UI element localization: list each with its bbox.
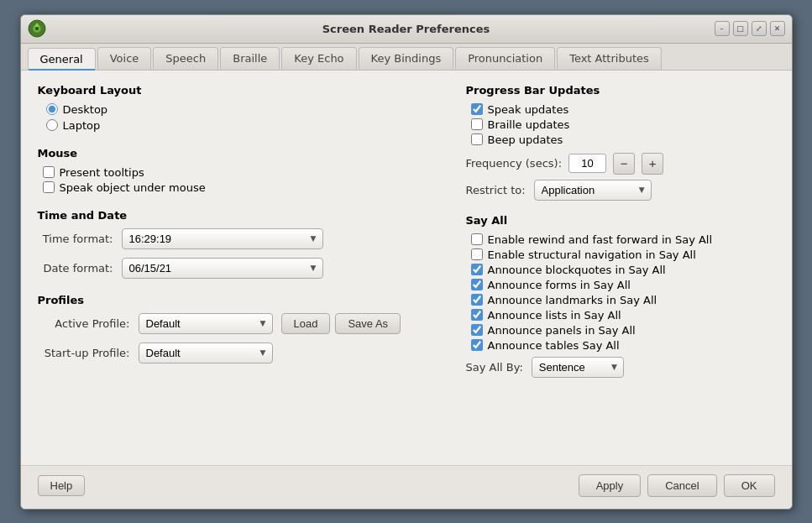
announce-panels-label[interactable]: Announce panels in Say All: [471, 324, 775, 337]
announce-forms-text: Announce forms in Say All: [488, 279, 631, 291]
enable-rewind-text: Enable rewind and fast forward in Say Al…: [488, 233, 713, 246]
time-format-label: Time format:: [38, 233, 113, 245]
keyboard-layout-section: Keyboard Layout Desktop Laptop: [38, 84, 441, 132]
announce-landmarks-checkbox[interactable]: [471, 294, 483, 306]
mouse-section: Mouse Present tooltips Speak object unde…: [38, 147, 441, 194]
time-format-wrapper: 16:29:19: [122, 228, 323, 249]
laptop-radio-label[interactable]: Laptop: [46, 119, 441, 132]
time-date-section: Time and Date Time format: 16:29:19 Date…: [38, 209, 441, 279]
tab-text-attributes[interactable]: Text Attributes: [557, 47, 662, 70]
profiles-section: Profiles Active Profile: Default Load Sa…: [38, 294, 441, 363]
desktop-radio-label[interactable]: Desktop: [46, 103, 441, 116]
say-all-section: Say All Enable rewind and fast forward i…: [466, 214, 775, 378]
frequency-decrease-button[interactable]: −: [613, 153, 635, 175]
load-button[interactable]: Load: [281, 313, 331, 334]
enable-rewind-checkbox[interactable]: [471, 233, 483, 245]
laptop-radio[interactable]: [46, 119, 58, 131]
restrict-wrapper: Application Window All: [534, 180, 652, 201]
tab-pronunciation[interactable]: Pronunciation: [455, 47, 555, 70]
present-tooltips-checkbox[interactable]: [43, 166, 55, 178]
present-tooltips-text: Present tooltips: [60, 166, 144, 179]
apply-button[interactable]: Apply: [579, 474, 642, 497]
announce-lists-checkbox[interactable]: [471, 309, 483, 321]
ok-button[interactable]: OK: [724, 474, 775, 497]
cancel-button[interactable]: Cancel: [647, 474, 716, 497]
braille-updates-label[interactable]: Braille updates: [471, 118, 775, 131]
announce-blockquotes-checkbox[interactable]: [471, 264, 483, 275]
tab-voice[interactable]: Voice: [97, 47, 152, 70]
enable-rewind-label[interactable]: Enable rewind and fast forward in Say Al…: [471, 233, 775, 246]
restore-button[interactable]: □: [733, 21, 748, 36]
help-button[interactable]: Help: [38, 475, 86, 496]
keyboard-layout-title: Keyboard Layout: [38, 84, 441, 97]
profiles-title: Profiles: [38, 294, 441, 306]
beep-updates-label[interactable]: Beep updates: [471, 133, 775, 146]
speak-object-checkbox[interactable]: [43, 181, 55, 193]
active-profile-label: Active Profile:: [38, 317, 130, 330]
footer-right-buttons: Apply Cancel OK: [579, 474, 775, 497]
maximize-button[interactable]: ⤢: [752, 21, 767, 36]
beep-updates-text: Beep updates: [488, 133, 563, 146]
time-date-title: Time and Date: [38, 209, 441, 222]
restrict-label: Restrict to:: [466, 184, 526, 196]
date-format-row: Date format: 06/15/21: [38, 258, 441, 279]
desktop-radio[interactable]: [46, 103, 58, 115]
close-button[interactable]: ✕: [770, 21, 785, 36]
say-all-by-wrapper: Sentence Word Character: [532, 357, 624, 378]
minimize-button[interactable]: –: [715, 21, 730, 36]
footer: Help Apply Cancel OK: [21, 465, 792, 509]
left-column: Keyboard Layout Desktop Laptop Mouse: [38, 84, 441, 452]
date-format-wrapper: 06/15/21: [122, 258, 323, 279]
window-controls: – □ ⤢ ✕: [715, 21, 785, 36]
tab-bar: General Voice Speech Braille Key Echo Ke…: [21, 44, 792, 71]
app-icon: [28, 19, 46, 38]
tab-key-echo[interactable]: Key Echo: [281, 47, 356, 70]
frequency-input[interactable]: 10: [568, 154, 606, 173]
say-all-by-dropdown[interactable]: Sentence Word Character: [532, 357, 624, 378]
announce-tables-checkbox[interactable]: [471, 339, 483, 351]
tab-general[interactable]: General: [28, 48, 96, 71]
announce-panels-checkbox[interactable]: [471, 324, 483, 336]
enable-structural-checkbox[interactable]: [471, 248, 483, 260]
present-tooltips-label[interactable]: Present tooltips: [43, 166, 441, 179]
speak-object-text: Speak object under mouse: [60, 181, 206, 194]
frequency-row: Frequency (secs): 10 − +: [466, 153, 775, 175]
time-format-dropdown[interactable]: 16:29:19: [122, 228, 323, 249]
date-format-label: Date format:: [38, 262, 113, 275]
save-as-button[interactable]: Save As: [335, 313, 401, 334]
announce-lists-label[interactable]: Announce lists in Say All: [471, 309, 775, 322]
speak-object-label[interactable]: Speak object under mouse: [43, 181, 441, 194]
braille-updates-text: Braille updates: [488, 118, 570, 131]
announce-tables-label[interactable]: Announce tables Say All: [471, 339, 775, 352]
titlebar: Screen Reader Preferences – □ ⤢ ✕: [21, 15, 792, 44]
tab-key-bindings[interactable]: Key Bindings: [359, 47, 454, 70]
beep-updates-checkbox[interactable]: [471, 133, 483, 145]
frequency-increase-button[interactable]: +: [642, 153, 663, 175]
say-all-by-row: Say All By: Sentence Word Character: [466, 357, 775, 378]
announce-forms-checkbox[interactable]: [471, 279, 483, 290]
announce-blockquotes-text: Announce blockquotes in Say All: [488, 264, 666, 276]
say-all-options: Enable rewind and fast forward in Say Al…: [466, 233, 775, 352]
date-format-dropdown[interactable]: 06/15/21: [122, 258, 323, 279]
enable-structural-label[interactable]: Enable structural navigation in Say All: [471, 248, 775, 261]
say-all-title: Say All: [466, 214, 775, 227]
startup-profile-dropdown[interactable]: Default: [139, 343, 273, 363]
speak-updates-label[interactable]: Speak updates: [471, 103, 775, 116]
announce-landmarks-label[interactable]: Announce landmarks in Say All: [471, 294, 775, 306]
announce-tables-text: Announce tables Say All: [488, 339, 620, 352]
tab-braille[interactable]: Braille: [220, 47, 280, 70]
active-profile-dropdown[interactable]: Default: [139, 313, 273, 334]
main-window: Screen Reader Preferences – □ ⤢ ✕ Genera…: [20, 14, 793, 510]
announce-forms-label[interactable]: Announce forms in Say All: [471, 279, 775, 291]
braille-updates-checkbox[interactable]: [471, 118, 483, 130]
announce-lists-text: Announce lists in Say All: [488, 309, 621, 322]
announce-blockquotes-label[interactable]: Announce blockquotes in Say All: [471, 264, 775, 276]
announce-landmarks-text: Announce landmarks in Say All: [488, 294, 657, 306]
progress-bar-section: Progress Bar Updates Speak updates Brail…: [466, 84, 775, 201]
tab-speech[interactable]: Speech: [153, 47, 218, 70]
speak-updates-checkbox[interactable]: [471, 103, 483, 115]
desktop-radio-text: Desktop: [63, 103, 108, 116]
restrict-dropdown[interactable]: Application Window All: [534, 180, 652, 201]
active-profile-wrapper: Default: [139, 313, 273, 334]
svg-point-2: [35, 27, 39, 30]
